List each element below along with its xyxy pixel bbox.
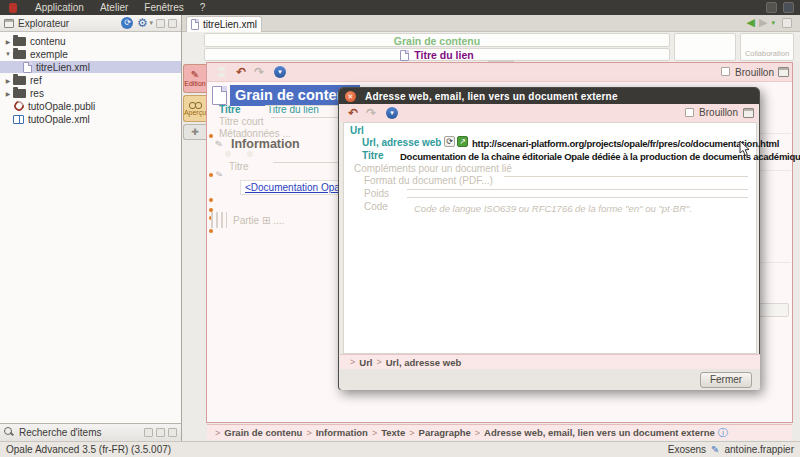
- draft-checkbox[interactable]: [721, 67, 730, 76]
- tree-item-label: tutoOpale.xml: [28, 114, 90, 125]
- url-field-label: Url, adresse web: [362, 137, 441, 148]
- format-field-line[interactable]: [504, 176, 748, 177]
- tree-item-tutoopale-xml[interactable]: tutoOpale.xml: [0, 113, 181, 125]
- side-tab-apercu[interactable]: Aperçu: [183, 95, 206, 122]
- side-tab-label: Aperçu: [184, 109, 206, 116]
- header-empty-box: [674, 33, 736, 61]
- tab-navigation: ◀ ▶ ▾: [747, 16, 792, 29]
- reload-icon[interactable]: ⟳: [444, 136, 455, 147]
- collapse-arrow-icon[interactable]: ▶: [3, 77, 13, 84]
- side-tab-edition[interactable]: ✎ Edition: [183, 64, 206, 93]
- tab-titrelien[interactable]: titreLien.xml: [186, 16, 262, 32]
- info-titre-label: Titre: [229, 161, 249, 172]
- search-items-panel-header[interactable]: Recherche d'items: [0, 423, 182, 441]
- url-field-value[interactable]: http://scenari-platform.org/projects/opa…: [472, 138, 779, 149]
- publication-icon: [12, 99, 26, 113]
- collapse-arrow-icon[interactable]: ▶: [3, 38, 13, 45]
- handle-dot: [225, 151, 231, 157]
- menu-help[interactable]: ?: [192, 0, 214, 15]
- expand-plus-icon[interactable]: ⊞: [262, 215, 270, 226]
- poids-field-line[interactable]: [407, 189, 748, 190]
- item-title-banner: Titre du lien: [204, 48, 670, 61]
- item-bullet[interactable]: [209, 173, 213, 177]
- document-tabbar: titreLien.xml ◀ ▶ ▾: [182, 15, 800, 32]
- drag-bars-icon[interactable]: [211, 212, 227, 228]
- tree-item-exemple[interactable]: ▼ exemple: [0, 48, 181, 60]
- panel-restore-icon[interactable]: [156, 19, 165, 28]
- menu-fenetres[interactable]: Fenêtres: [136, 0, 191, 15]
- panel-close-icon[interactable]: [168, 19, 177, 28]
- tray-icon-1[interactable]: [766, 2, 777, 13]
- glasses-icon: [189, 102, 202, 108]
- app-version: Opale Advanced 3.5 (fr-FR) (3.5.007): [6, 444, 171, 455]
- external-link-dialog: ✕ Adresse web, email, lien vers un docum…: [338, 87, 760, 390]
- dialog-footer: Fermer: [340, 369, 760, 390]
- side-tab-add[interactable]: ✚: [183, 124, 206, 140]
- code-field-line[interactable]: [407, 197, 748, 198]
- close-icon[interactable]: ✕: [345, 91, 356, 102]
- maximize-icon[interactable]: [743, 108, 754, 118]
- expand-arrow-icon[interactable]: ▼: [3, 51, 13, 57]
- dialog-title: Adresse web, email, lien vers un documen…: [365, 91, 618, 102]
- tree-item-contenu[interactable]: ▶ contenu: [0, 35, 181, 47]
- company-label: Exosens: [668, 444, 706, 455]
- nav-forward-icon[interactable]: ▶: [759, 16, 767, 29]
- titre-court-label: Titre court: [219, 116, 264, 127]
- search-icon: [4, 427, 15, 438]
- edit-pen-icon: ✎: [215, 169, 224, 179]
- redo-icon[interactable]: ↷: [366, 106, 376, 120]
- menu-application[interactable]: Application: [27, 0, 92, 15]
- item-bullet[interactable]: [209, 229, 213, 233]
- panel-restore-icon[interactable]: [156, 428, 165, 437]
- breadcrumb-item[interactable]: Url: [359, 357, 372, 368]
- redo-icon[interactable]: ↷: [254, 65, 264, 79]
- refresh-icon[interactable]: ⟳: [121, 17, 133, 29]
- external-link-item[interactable]: <Documentation Opale>: [240, 180, 340, 195]
- breadcrumb-sep: >: [350, 357, 355, 367]
- tree-item-titrelien[interactable]: titreLien.xml: [0, 61, 181, 73]
- user-label[interactable]: antoine.frappier: [725, 444, 795, 455]
- undo-icon[interactable]: ↶: [348, 106, 358, 120]
- breadcrumb-sep: >: [215, 428, 220, 438]
- complements-label: Compléments pour un document lié: [354, 163, 512, 174]
- nav-history-icon[interactable]: ▾: [771, 19, 775, 27]
- actions-menu-icon[interactable]: ▾: [386, 107, 398, 119]
- tree-item-label: exemple: [30, 49, 68, 60]
- tree-item-label: res: [30, 88, 44, 99]
- partie-row[interactable]: Partie ⊞ ....: [233, 215, 284, 226]
- user-pen-icon: ✎: [711, 444, 719, 455]
- breadcrumb-item[interactable]: Url, adresse web: [386, 357, 462, 368]
- collaboration-label: Collaboration: [745, 49, 789, 58]
- tab-restore-icon[interactable]: [782, 18, 792, 28]
- draft-checkbox[interactable]: [685, 108, 694, 117]
- tray-icon-2[interactable]: [783, 2, 794, 13]
- gear-icon[interactable]: ⚙: [136, 17, 148, 29]
- menu-atelier[interactable]: Atelier: [92, 0, 136, 15]
- tree-item-ref[interactable]: ▶ ref: [0, 74, 181, 86]
- open-link-icon[interactable]: ↗: [457, 136, 468, 147]
- tree-item-res[interactable]: ▶ res: [0, 87, 181, 99]
- collapse-arrow-icon[interactable]: ▶: [3, 90, 13, 97]
- actions-menu-icon[interactable]: ▾: [274, 66, 286, 78]
- folder-icon: [13, 37, 26, 46]
- panel-min-icon[interactable]: [144, 428, 153, 437]
- info-icon[interactable]: ⓘ: [718, 426, 728, 440]
- breadcrumb-item[interactable]: Paragraphe: [419, 427, 471, 438]
- nav-back-icon[interactable]: ◀: [747, 16, 755, 29]
- breadcrumb-item[interactable]: Texte: [381, 427, 405, 438]
- collaboration-panel[interactable]: Collaboration: [740, 33, 794, 61]
- breadcrumb-item[interactable]: Adresse web, email, lien vers un documen…: [484, 427, 715, 438]
- panel-close-icon[interactable]: [168, 428, 177, 437]
- item-bullet[interactable]: [209, 198, 213, 202]
- breadcrumb-item[interactable]: Grain de contenu: [224, 427, 302, 438]
- application-window: Application Atelier Fenêtres ? Explorate…: [0, 0, 800, 457]
- undo-icon[interactable]: ↶: [236, 65, 246, 79]
- item-bullet[interactable]: [209, 134, 213, 138]
- dialog-titlebar[interactable]: ✕ Adresse web, email, lien vers un docum…: [339, 88, 759, 104]
- tree-item-tutoopale-publi[interactable]: tutoOpale.publi: [0, 100, 181, 112]
- breadcrumb-item[interactable]: Information: [316, 427, 368, 438]
- gear-dropdown-icon[interactable]: ▾: [149, 19, 153, 27]
- code-field-placeholder[interactable]: Code de langue ISO639 ou RFC1766 de la f…: [414, 203, 692, 214]
- fermer-button[interactable]: Fermer: [700, 372, 752, 388]
- maximize-icon[interactable]: [778, 67, 789, 77]
